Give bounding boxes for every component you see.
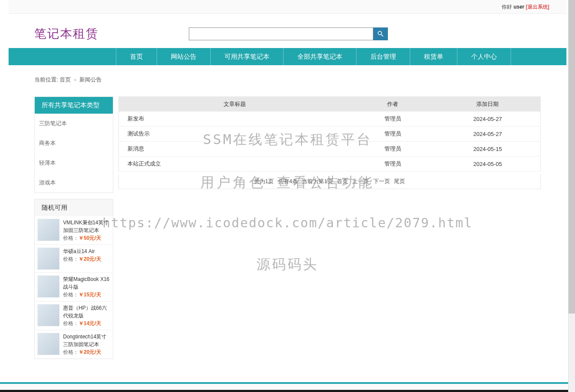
bottom-strip <box>0 390 575 392</box>
sidebar-item-gaming[interactable]: 游戏本 <box>35 173 113 193</box>
row-date: 2024-05-15 <box>435 142 541 157</box>
product-info: 荣耀MagicBook X16 战斗版价格：￥15元/天 <box>63 275 110 299</box>
list-item[interactable]: 惠普（HP）战66六代锐龙版价格：￥14元/天 <box>35 301 113 330</box>
greeting-text: 你好 <box>502 4 512 10</box>
table-row: 新发布管理员2024-05-27 <box>119 112 541 127</box>
price-value: ￥15元/天 <box>79 292 101 298</box>
product-info: 华硕a豆14 Air价格：￥20元/天 <box>63 247 101 270</box>
product-name: 荣耀MagicBook X16 战斗版 <box>63 275 110 291</box>
product-thumbnail <box>37 247 60 270</box>
col-author: 作者 <box>351 97 435 112</box>
sidebar: 所有共享笔记本类型 三防笔记本 商务本 轻薄本 游戏本 随机可用 VMLINK秉… <box>34 96 113 365</box>
product-thumbnail <box>37 333 60 355</box>
nav-home[interactable]: 首页 <box>116 48 157 65</box>
price-value: ￥20元/天 <box>79 256 101 262</box>
nav-all[interactable]: 全部共享笔记本 <box>284 48 357 65</box>
table-row: 本站正式成立管理员2024-05-05 <box>119 157 541 172</box>
search-button[interactable] <box>373 27 388 40</box>
pager-next[interactable]: 下一页 <box>373 178 390 184</box>
scroll-thumb[interactable] <box>569 0 575 314</box>
pager-prev[interactable]: 上一页 <box>352 178 369 184</box>
breadcrumb-home[interactable]: 首页 <box>60 76 71 83</box>
product-info: Dongtintech14英寸三防加固笔记本价格：￥20元/天 <box>63 333 110 356</box>
categories-title: 所有共享笔记本类型 <box>35 97 113 114</box>
current-user: user <box>514 4 524 10</box>
table-row: 测试告示管理员2024-05-27 <box>119 127 541 142</box>
row-title[interactable]: 新发布 <box>119 112 351 127</box>
announcement-table: 文章标题 作者 添加日期 新发布管理员2024-05-27测试告示管理员2024… <box>118 96 541 172</box>
row-date: 2024-05-05 <box>435 157 541 172</box>
breadcrumb-label: 当前位置: <box>34 76 58 83</box>
site-logo[interactable]: 笔记本租赁 <box>34 26 99 42</box>
product-thumbnail <box>37 304 60 326</box>
main-panel: 文章标题 作者 添加日期 新发布管理员2024-05-27测试告示管理员2024… <box>118 96 541 365</box>
price-label: 价格： <box>63 349 79 355</box>
list-item[interactable]: Dongtintech14英寸三防加固笔记本价格：￥20元/天 <box>35 330 113 359</box>
chevron-right-icon: › <box>74 76 76 83</box>
row-author: 管理员 <box>351 157 435 172</box>
vertical-scrollbar[interactable]: ▲ <box>568 0 575 392</box>
row-title[interactable]: 新消息 <box>119 142 351 157</box>
list-item[interactable]: 荣耀MagicBook X16 战斗版价格：￥15元/天 <box>35 272 113 301</box>
breadcrumb: 当前位置: 首页 › 新闻公告 <box>34 65 541 88</box>
product-thumbnail <box>37 275 60 298</box>
list-item[interactable]: VMLINK秉创14英寸加固三防笔记本价格：￥50元/天 <box>35 216 113 244</box>
nav-available[interactable]: 可用共享笔记本 <box>211 48 284 65</box>
nav-admin[interactable]: 后台管理 <box>357 48 410 65</box>
row-date: 2024-05-27 <box>435 112 541 127</box>
main-nav: 首页 网站公告 可用共享笔记本 全部共享笔记本 后台管理 租赁单 个人中心 <box>9 48 566 65</box>
row-date: 2024-05-27 <box>435 127 541 142</box>
pager-last[interactable]: 尾页 <box>394 178 405 184</box>
list-item[interactable]: 华硕a豆14 Air价格：￥20元/天 <box>35 244 113 272</box>
breadcrumb-current: 新闻公告 <box>79 76 102 83</box>
sidebar-item-business[interactable]: 商务本 <box>35 133 113 153</box>
pager-first[interactable]: 首页 <box>337 178 348 184</box>
search-box <box>189 27 388 40</box>
nav-orders[interactable]: 租赁单 <box>410 48 457 65</box>
row-title[interactable]: 测试告示 <box>119 127 351 142</box>
price-label: 价格： <box>63 235 79 241</box>
product-name: 惠普（HP）战66六代锐龙版 <box>63 304 110 320</box>
table-row: 新消息管理员2024-05-15 <box>119 142 541 157</box>
top-bar: 你好 user [退出系统] <box>9 0 566 14</box>
footer-text <box>0 384 575 390</box>
price-value: ￥20元/天 <box>79 349 101 355</box>
nav-announce[interactable]: 网站公告 <box>157 48 211 65</box>
col-date: 添加日期 <box>435 97 541 112</box>
search-input[interactable] <box>189 27 373 40</box>
product-name: VMLINK秉创14英寸加固三防笔记本 <box>63 219 110 234</box>
product-thumbnail <box>37 219 60 241</box>
sidebar-item-rugged[interactable]: 三防笔记本 <box>35 114 113 133</box>
price-value: ￥14元/天 <box>79 320 101 326</box>
pager-total: 共有4条 <box>278 178 298 184</box>
col-title: 文章标题 <box>119 97 351 112</box>
pager-pagecount: 共为1页 <box>254 178 274 184</box>
sidebar-item-thin[interactable]: 轻薄本 <box>35 153 113 173</box>
pagination: 共为1页 共有4条 当前为第1页 首页 上一页 下一页 尾页 <box>118 174 541 189</box>
price-label: 价格： <box>63 320 79 326</box>
row-title[interactable]: 本站正式成立 <box>119 157 351 172</box>
row-author: 管理员 <box>351 127 435 142</box>
random-box: 随机可用 VMLINK秉创14英寸加固三防笔记本价格：￥50元/天华硕a豆14 … <box>34 199 113 359</box>
product-info: VMLINK秉创14英寸加固三防笔记本价格：￥50元/天 <box>63 219 110 242</box>
search-icon <box>377 30 384 38</box>
price-label: 价格： <box>63 256 79 262</box>
row-author: 管理员 <box>351 112 435 127</box>
pager-current: 当前为第1页 <box>302 178 333 184</box>
product-name: 华硕a豆14 Air <box>63 247 101 255</box>
nav-profile[interactable]: 个人中心 <box>457 48 511 65</box>
logout-link[interactable]: [退出系统] <box>526 4 549 10</box>
price-label: 价格： <box>63 292 79 298</box>
price-value: ￥50元/天 <box>79 235 101 241</box>
product-name: Dongtintech14英寸三防加固笔记本 <box>63 333 110 348</box>
product-info: 惠普（HP）战66六代锐龙版价格：￥14元/天 <box>63 304 110 327</box>
header: 笔记本租赁 <box>9 14 566 48</box>
random-title: 随机可用 <box>35 199 113 216</box>
categories-box: 所有共享笔记本类型 三防笔记本 商务本 轻薄本 游戏本 <box>34 96 113 193</box>
row-author: 管理员 <box>351 142 435 157</box>
